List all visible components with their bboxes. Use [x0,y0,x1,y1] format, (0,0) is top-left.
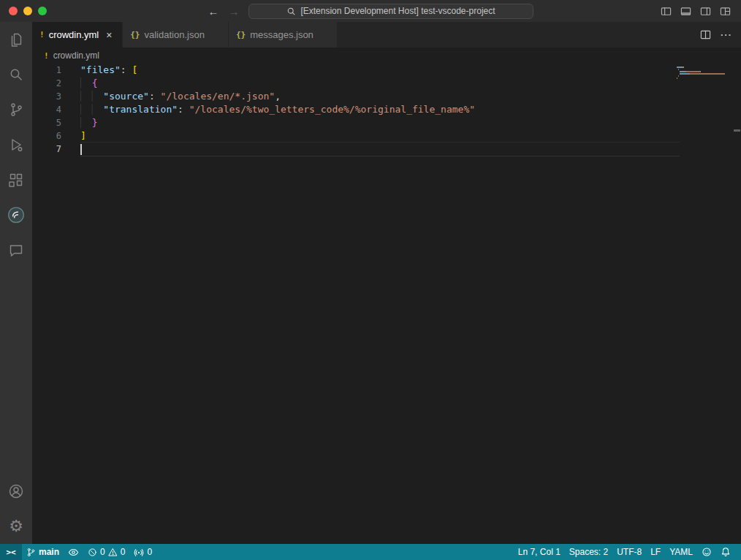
accounts-icon[interactable] [0,474,32,509]
line-number: 7 [32,143,61,156]
vscode-window: ← → [Extension Development Host] test-vs… [0,0,741,560]
indentation-indicator[interactable]: Spaces: 2 [565,544,612,560]
titlebar: ← → [Extension Development Host] test-vs… [0,0,741,22]
code-line[interactable]: 2 { [32,77,741,90]
line-number: 5 [32,116,61,129]
source-control-icon[interactable] [0,92,32,127]
json-file-icon: {} [236,30,246,39]
json-file-icon: {} [130,30,140,39]
line-text [80,143,680,156]
code-line[interactable]: 4 "translation": "/locales/%two_letters_… [32,103,741,116]
cursor-position-indicator[interactable]: Ln 7, Col 1 [514,544,565,560]
line-number: 4 [32,103,61,116]
tab-label: messages.json [250,29,314,40]
ports-count: 0 [147,547,152,557]
yaml-file-icon: ! [39,30,45,39]
line-text: } [80,116,680,129]
split-editor-icon[interactable] [700,29,711,40]
warning-count: 0 [121,547,126,557]
branch-indicator[interactable]: main [22,544,64,560]
problems-indicator[interactable]: 0 0 [83,544,129,560]
errors-icon [88,548,97,557]
bell-icon [721,547,731,557]
toggle-primary-sidebar-icon[interactable] [661,6,672,17]
tab-crowdin.yml[interactable]: !crowdin.yml× [32,22,123,48]
remote-icon: >< [6,548,15,557]
overview-ruler-mark [734,129,740,132]
toggle-secondary-sidebar-icon[interactable] [700,6,711,17]
ports-indicator[interactable]: 0 [129,544,156,560]
encoding-indicator[interactable]: UTF-8 [612,544,646,560]
command-center-search[interactable]: [Extension Development Host] test-vscode… [248,4,533,19]
explorer-icon[interactable] [0,22,32,57]
notifications-button[interactable] [716,544,735,560]
more-actions-icon[interactable]: ⋯ [720,28,732,42]
gitlens-eye-toggle[interactable] [64,544,83,560]
line-number: 1 [32,64,61,77]
minimize-window-button[interactable] [23,7,32,15]
zoom-window-button[interactable] [38,7,47,15]
minimap[interactable] [677,67,729,82]
crowdin-extension-icon[interactable] [0,197,32,232]
line-number: 3 [32,90,61,103]
tab-validation.json[interactable]: {}validation.json [123,22,229,48]
eye-icon [68,547,79,558]
status-bar: >< main 0 0 0 Ln 7, Col 1 [0,544,741,560]
line-number: 2 [32,77,61,90]
code-line[interactable]: 3 "source": "/locales/en/*.json", [32,90,741,103]
comments-icon[interactable] [0,232,32,268]
feedback-button[interactable] [697,544,716,560]
activity-bar: ⚙ [0,22,32,544]
line-text: ] [80,129,680,143]
traffic-lights [0,7,47,15]
close-window-button[interactable] [9,7,18,15]
customize-layout-icon[interactable] [720,6,731,17]
broadcast-icon [134,547,144,557]
extensions-icon[interactable] [0,162,32,197]
window-title: [Extension Development Host] test-vscode… [300,6,495,16]
breadcrumb[interactable]: ! crowdin.yml [32,48,741,64]
code-editor[interactable]: 1"files": [2 {3 "source": "/locales/en/*… [32,64,741,544]
editor-group: !crowdin.yml×{}validation.json{}messages… [32,22,741,544]
code-line[interactable]: 1"files": [ [32,64,741,77]
yaml-file-icon: ! [44,51,49,61]
navigate-forward-icon[interactable]: → [228,5,240,18]
tab-bar: !crowdin.yml×{}validation.json{}messages… [32,22,741,48]
feedback-smiley-icon [702,547,712,557]
toggle-panel-icon[interactable] [680,6,691,17]
eol-indicator[interactable]: LF [646,544,665,560]
line-text: "files": [ [80,64,680,77]
line-text: "source": "/locales/en/*.json", [80,90,680,103]
remote-indicator[interactable]: >< [0,544,22,560]
tab-label: crowdin.yml [49,29,99,40]
warnings-icon [108,548,118,557]
line-text: { [80,77,680,90]
search-icon[interactable] [0,57,32,92]
settings-gear-icon[interactable]: ⚙ [0,509,32,544]
breadcrumb-file-name: crowdin.yml [53,50,99,61]
git-branch-icon [26,548,36,557]
language-mode-indicator[interactable]: YAML [665,544,697,560]
line-number: 6 [32,129,61,143]
code-line[interactable]: 5 } [32,116,741,129]
error-count: 0 [100,547,105,557]
tab-messages.json[interactable]: {}messages.json [229,22,338,48]
close-tab-icon[interactable]: × [103,29,115,41]
tab-label: validation.json [145,29,205,40]
branch-name: main [39,547,59,557]
line-text: "translation": "/locales/%two_letters_co… [80,103,680,116]
text-cursor [80,144,82,155]
code-line[interactable]: 6] [32,129,741,143]
run-and-debug-icon[interactable] [0,127,32,162]
navigate-back-icon[interactable]: ← [208,5,219,18]
code-line[interactable]: 7 [32,143,741,156]
search-icon [286,7,296,16]
